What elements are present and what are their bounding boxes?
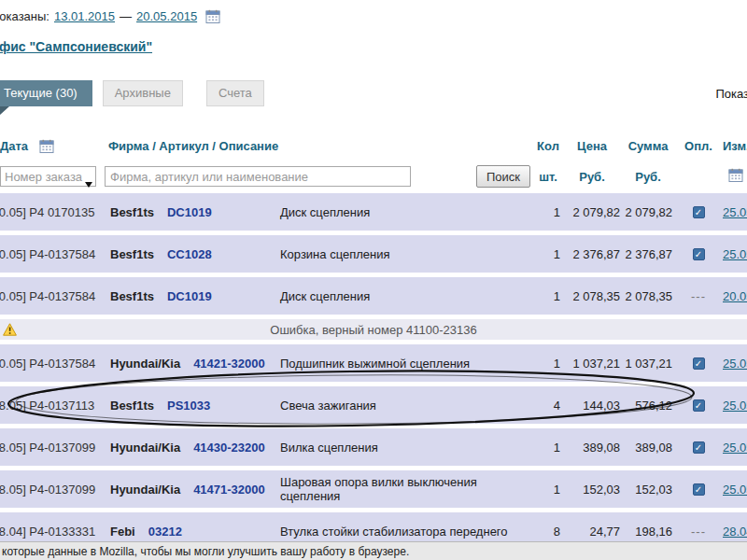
article-number-link[interactable]: DC1019: [167, 289, 212, 303]
paid-empty: ---: [691, 525, 706, 539]
changed-date-link[interactable]: 28.04: [723, 525, 747, 539]
item-description: Втулка стойки стабилизатора переднего: [280, 525, 527, 539]
changed-date-link[interactable]: 25.05: [723, 357, 747, 371]
price-value: 389,08: [564, 441, 620, 455]
column-header-paid[interactable]: Опл.: [676, 139, 721, 153]
orders-table-body: [20.05] P4 0170135 Besf1tsDC1019 Диск сц…: [0, 193, 747, 550]
shown-label: Показаны:: [0, 9, 49, 23]
order-number: [18.05] P4-0137099: [0, 483, 103, 497]
paid-checkbox[interactable]: ✓: [693, 248, 705, 260]
item-description: Вилка сцепления: [280, 441, 527, 455]
price-value: 152,03: [564, 483, 620, 497]
page: Показаны: 13.01.2015 — 20.05.2015 Офис "…: [0, 0, 747, 560]
browser-notification-bar: которые данные в Mozilla, чтобы мы могли…: [0, 541, 747, 560]
tab-invoices[interactable]: Счета: [206, 80, 264, 106]
sum-value: 2 078,35: [620, 289, 676, 303]
paid-empty: ---: [691, 289, 706, 303]
sum-value: 2 376,87: [620, 247, 676, 261]
table-row[interactable]: [20.05] P4-0137584 Besf1tsDC1019 Диск сц…: [0, 277, 747, 315]
price-unit-label: Руб.: [564, 170, 620, 184]
firm-name: Besf1ts: [110, 247, 154, 261]
firm-article-search-input[interactable]: [105, 166, 411, 187]
changed-date-link[interactable]: 25.05: [723, 483, 747, 497]
changed-date-link[interactable]: 25.05: [723, 247, 747, 261]
table-row[interactable]: [18.05] P4-0137099 Hyundai/Kia41471-3200…: [0, 470, 747, 508]
sum-unit-label: Руб.: [620, 170, 676, 184]
tab-archive[interactable]: Архивные: [103, 80, 183, 106]
table-header: Дата Фирма / Артикул / Описание Кол Цена…: [0, 125, 747, 190]
office-link[interactable]: Офис "Сампсониевский": [0, 39, 152, 54]
paid-checkbox[interactable]: ✓: [693, 441, 705, 454]
date-to-link[interactable]: 20.05.2015: [136, 9, 197, 23]
sum-value: 1 037,21: [620, 357, 676, 371]
price-value: 2 078,35: [564, 289, 620, 303]
date-range-bar: Показаны: 13.01.2015 — 20.05.2015: [0, 9, 747, 23]
calendar-icon[interactable]: [728, 168, 743, 182]
date-range-separator: —: [120, 9, 132, 23]
show-label[interactable]: Показ: [715, 87, 747, 101]
quantity-value: 1: [532, 483, 564, 497]
article-number-link[interactable]: 41421-32000: [193, 357, 265, 371]
paid-checkbox[interactable]: ✓: [693, 357, 705, 370]
price-value: 1 037,21: [564, 357, 620, 371]
article-number-link[interactable]: 41430-23200: [193, 441, 265, 455]
date-from-link[interactable]: 13.01.2015: [54, 9, 115, 23]
quantity-value: 1: [532, 247, 564, 261]
changed-date-link[interactable]: 25.05: [723, 441, 747, 455]
changed-date-link[interactable]: 20.05: [723, 289, 747, 303]
calendar-icon[interactable]: [205, 9, 220, 23]
quantity-value: 8: [532, 525, 564, 539]
column-header-changed[interactable]: Изм.: [721, 139, 747, 153]
tab-current-orders[interactable]: Текущие (30): [0, 80, 92, 106]
firm-name: Hyundai/Kia: [110, 441, 180, 455]
sum-value: 2 079,82: [620, 205, 676, 219]
column-header-firm-article-description[interactable]: Фирма / Артикул / Описание: [103, 139, 532, 153]
article-number-link[interactable]: PS1033: [167, 399, 210, 413]
quantity-value: 1: [532, 357, 564, 371]
item-description: Диск сцепления: [280, 289, 527, 303]
table-row[interactable]: [18.05] P4-0137099 Hyundai/Kia41430-2320…: [0, 428, 747, 466]
item-description: Свеча зажигания: [280, 399, 527, 413]
order-number: [20.05] P4-0137584: [0, 247, 103, 261]
price-value: 2 079,82: [564, 205, 620, 219]
table-row[interactable]: [20.05] P4-0137584 Besf1tsCC1028 Корзина…: [0, 235, 747, 273]
sum-value: 198,16: [620, 525, 676, 539]
paid-checkbox[interactable]: ✓: [693, 483, 705, 496]
column-header-date[interactable]: Дата: [0, 139, 28, 153]
warning-icon: [3, 323, 17, 336]
item-description: Диск сцепления: [280, 205, 527, 219]
article-number-link[interactable]: 03212: [148, 525, 182, 539]
error-message: Ошибка, верный номер 41100-23136: [270, 323, 476, 337]
active-tab-pointer-icon: [0, 106, 9, 115]
order-number: [18.05] P4-0137099: [0, 441, 103, 455]
column-header-price[interactable]: Цена: [564, 139, 620, 153]
article-number-link[interactable]: DC1019: [167, 205, 212, 219]
quantity-value: 1: [532, 205, 564, 219]
tab-bar: Текущие (30) Архивные Счета Показ: [0, 80, 747, 106]
article-number-link[interactable]: 41471-32000: [193, 483, 265, 497]
sort-descending-icon[interactable]: [85, 182, 92, 188]
column-header-sum[interactable]: Сумма: [620, 139, 676, 153]
item-description: Шаровая опора вилки выключения сцепления: [280, 475, 527, 503]
table-row[interactable]: [18.05] P4-0137113 Besf1tsPS1033 Свеча з…: [0, 386, 747, 424]
order-number: [20.05] P4 0170135: [0, 205, 103, 219]
changed-date-link[interactable]: 25.05: [723, 399, 747, 413]
order-number-search-input[interactable]: [0, 166, 96, 187]
table-row[interactable]: [20.05] P4 0170135 Besf1tsDC1019 Диск сц…: [0, 193, 747, 231]
calendar-icon[interactable]: [39, 139, 54, 153]
price-value: 24,77: [564, 525, 620, 539]
quantity-value: 1: [532, 289, 564, 303]
firm-name: Besf1ts: [110, 205, 154, 219]
firm-name: Besf1ts: [110, 289, 154, 303]
search-button[interactable]: Поиск: [476, 165, 530, 188]
sum-value: 152,03: [620, 483, 676, 497]
firm-name: Febi: [110, 525, 135, 539]
paid-checkbox[interactable]: ✓: [693, 206, 705, 218]
column-header-quantity[interactable]: Кол: [532, 139, 564, 153]
error-row: Ошибка, верный номер 41100-23136: [0, 319, 747, 340]
article-number-link[interactable]: CC1028: [167, 247, 212, 261]
paid-checkbox[interactable]: ✓: [693, 399, 705, 412]
sum-value: 389,08: [620, 441, 676, 455]
changed-date-link[interactable]: 25.05: [723, 205, 747, 219]
table-row[interactable]: [20.05] P4-0137584 Hyundai/Kia41421-3200…: [0, 344, 747, 382]
